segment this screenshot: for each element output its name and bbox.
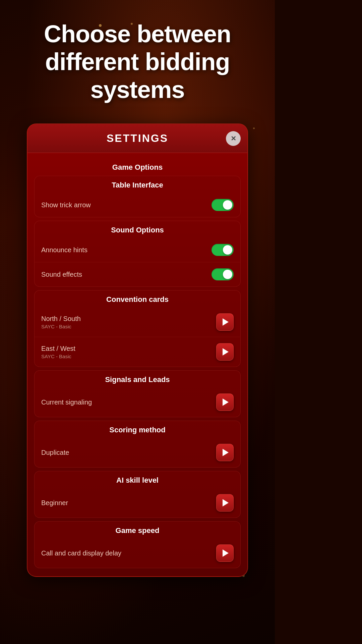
header-sound-options: Sound Options [35, 221, 240, 238]
label-beginner: Beginner [41, 499, 68, 507]
play-icon-call-card-delay [223, 549, 229, 557]
label-announce-hints: Announce hints [41, 246, 87, 254]
header-table-interface: Table Interface [35, 176, 240, 193]
card-convention-cards: Convention cards North / South SAYC - Ba… [34, 290, 241, 367]
label-call-card-delay: Call and card display delay [41, 549, 121, 557]
play-icon-east-west [223, 348, 229, 356]
label-north-south: North / South [41, 315, 81, 323]
section-game-options: Game Options [34, 156, 241, 176]
card-scoring-method: Scoring method Duplicate [34, 421, 241, 468]
header-convention-cards: Convention cards [35, 290, 240, 307]
toggle-show-trick-arrow[interactable] [212, 199, 234, 211]
toggle-announce-hints[interactable] [212, 244, 234, 256]
arrow-btn-duplicate[interactable] [216, 444, 234, 461]
sublabel-north-south: SAYC - Basic [41, 324, 81, 329]
close-icon: ✕ [231, 135, 236, 143]
card-game-speed: Game speed Call and card display delay [34, 521, 241, 568]
label-east-west: East / West [41, 345, 75, 353]
settings-header: SETTINGS ✕ [27, 124, 247, 153]
page-content: Choose between different bidding systems… [0, 0, 275, 590]
label-current-signaling: Current signaling [41, 398, 92, 406]
row-beginner: Beginner [35, 488, 240, 518]
header-ai-skill-level: AI skill level [35, 471, 240, 488]
arrow-btn-call-card-delay[interactable] [216, 544, 234, 562]
arrow-btn-current-signaling[interactable] [216, 393, 234, 411]
label-duplicate: Duplicate [41, 449, 69, 457]
close-button[interactable]: ✕ [226, 131, 241, 146]
toggle-sound-effects[interactable] [212, 268, 234, 280]
card-table-interface: Table Interface Show trick arrow [34, 176, 241, 217]
settings-dialog-title: SETTINGS [107, 132, 168, 145]
card-signals-leads: Signals and Leads Current signaling [34, 370, 241, 417]
header-scoring-method: Scoring method [35, 421, 240, 438]
row-east-west: East / West SAYC - Basic [35, 337, 240, 367]
arrow-btn-north-south[interactable] [216, 313, 234, 331]
settings-body: Game Options Table Interface Show trick … [27, 153, 247, 576]
play-icon-current-signaling [223, 398, 229, 406]
row-announce-hints: Announce hints [35, 238, 240, 262]
row-duplicate: Duplicate [35, 438, 240, 467]
arrow-btn-beginner[interactable] [216, 494, 234, 512]
row-call-card-delay: Call and card display delay [35, 538, 240, 568]
card-ai-skill-level: AI skill level Beginner [34, 471, 241, 518]
row-north-south: North / South SAYC - Basic [35, 307, 240, 337]
label-sound-effects: Sound effects [41, 271, 82, 278]
play-icon-north-south [223, 318, 229, 326]
label-show-trick-arrow: Show trick arrow [41, 201, 91, 209]
row-show-trick-arrow: Show trick arrow [35, 193, 240, 217]
play-icon-beginner [223, 499, 229, 506]
header-game-speed: Game speed [35, 522, 240, 538]
header-signals-leads: Signals and Leads [35, 371, 240, 387]
play-icon-duplicate [223, 449, 229, 456]
row-current-signaling: Current signaling [35, 387, 240, 417]
settings-dialog: SETTINGS ✕ Game Options Table Interface … [27, 123, 248, 577]
row-sound-effects: Sound effects [35, 262, 240, 286]
sublabel-east-west: SAYC - Basic [41, 354, 75, 359]
label-group-east-west: East / West SAYC - Basic [41, 345, 75, 359]
label-group-north-south: North / South SAYC - Basic [41, 315, 81, 329]
hero-title: Choose between different bidding systems [10, 20, 265, 103]
card-sound-options: Sound Options Announce hints Sound effec… [34, 221, 241, 287]
arrow-btn-east-west[interactable] [216, 343, 234, 361]
